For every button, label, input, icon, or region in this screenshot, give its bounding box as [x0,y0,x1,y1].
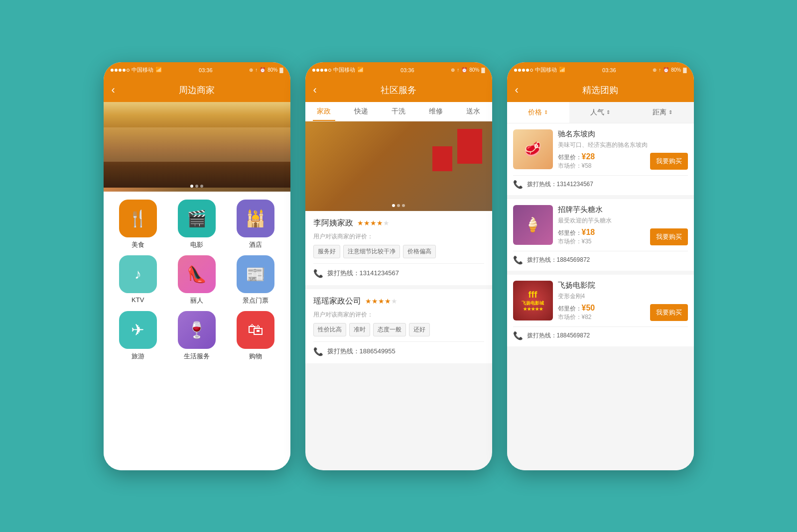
signal-dot [312,69,315,72]
signal-dot [123,69,126,72]
bdot-2[interactable] [397,204,400,207]
fog-overlay [104,127,290,162]
deal-phone-3: 拨打热线：1884569872 [527,331,590,340]
tab-dryclean[interactable]: 干洗 [380,102,417,121]
deal-card-3: fff 飞扬电影城 ★★★★★ 飞扬电影院 变形金刚4 邻里价：¥50 市场价：… [507,275,694,346]
status-left-2: 中国移动 📶 [312,66,364,74]
phone-number-1: 拨打热线：13141234567 [327,269,399,278]
sort-price[interactable]: 价格 ⇕ [507,102,569,123]
time-2: 03:36 [400,67,414,73]
tag-2-1: 性价比高 [313,323,346,336]
tab-repair[interactable]: 维修 [417,102,455,121]
back-button-2[interactable]: ‹ [313,84,317,97]
food-label: 美食 [132,240,144,249]
back-button-1[interactable]: ‹ [112,84,115,97]
room-decoration-2 [432,146,452,171]
category-beauty[interactable]: 👠 丽人 [170,255,223,305]
phone1: 中国移动 📶 03:36 ⊕ ↑ ⏰ 80% ▓ ‹ 周边商家 [104,62,290,470]
tab-bar-2: 家政 快递 干洗 维修 送水 [305,102,492,121]
banner-indicators [190,185,203,188]
status-left-3: 中国移动 📶 [514,66,566,74]
market-price-2: 市场价：¥35 [558,237,595,246]
tab-delivery[interactable]: 快递 [343,102,380,121]
beauty-icon: 👠 [178,255,216,293]
category-ticket[interactable]: 📰 景点门票 [229,255,282,305]
dessert-image: 🍦 [513,205,553,245]
sort-popularity-arrow: ⇕ [606,109,610,115]
status-bar-3: 中国移动 📶 03:36 ⊕ ↑ ⏰ 80% ▓ [507,62,694,78]
wifi-icon-3: 📶 [559,67,566,73]
category-life[interactable]: 🍷 生活服务 [170,311,223,361]
dot-2[interactable] [195,185,198,188]
wifi-icon-2: 📶 [357,67,364,73]
market-price-3: 市场价：¥82 [558,313,595,321]
deal-desc-1: 美味可口、经济实惠的驰名东坡肉 [558,141,688,149]
category-movie[interactable]: 🎬 电影 [170,200,223,249]
tag-2-3: 态度一般 [373,323,406,336]
food-image: 🥩 [513,129,553,169]
alarm-icon: ⏰ [260,67,266,73]
phone-row-2: 📞 拨打热线：1886549955 [313,341,484,356]
buy-button-2[interactable]: 我要购买 [650,228,688,245]
buy-button-1[interactable]: 我要购买 [650,153,688,170]
cinema-stars: ★★★★★ [523,307,543,312]
tab-homecare[interactable]: 家政 [305,102,343,121]
tab-water[interactable]: 送水 [455,102,492,121]
signal-dot [514,69,517,72]
time-1: 03:36 [199,67,213,73]
stars-2: ★★★★★ [365,297,398,305]
phone2: 中国移动 📶 03:36 ⊕ ↑ ⏰ 80% ▓ ‹ 社区服务 家政 快递 干洗… [305,62,492,470]
category-shopping[interactable]: 🛍 购物 [229,311,282,361]
review-label-2: 用户对该商家的评价： [313,311,484,319]
category-travel[interactable]: ✈ 旅游 [112,311,164,361]
deal-phone-row-2: 📞 拨打热线：1884569872 [513,251,688,265]
buy-button-3[interactable]: 我要购买 [650,304,688,321]
deal-price-row-3: 邻里价：¥50 市场价：¥82 我要购买 [558,304,688,321]
phone-number-2: 拨打热线：1886549955 [327,347,396,356]
sort-distance[interactable]: 距离 ⇕ [632,102,694,123]
deal-list: 🥩 驰名东坡肉 美味可口、经济实惠的驰名东坡肉 邻里价：¥28 市场价：¥58 … [507,123,694,470]
signal-dot [518,69,521,72]
deal-title-2: 招牌芋头糖水 [558,205,688,214]
bdot-3[interactable] [402,204,405,207]
signal-dot [320,69,323,72]
market-price-1: 市场价：¥58 [558,162,595,170]
alarm-icon-2: ⏰ [461,67,467,73]
cinema-logo: fff [529,290,537,300]
status-left-1: 中国移动 📶 [111,66,162,74]
signal-dot [324,69,327,72]
dot-1[interactable] [190,185,193,188]
sort-popularity-label: 人气 [590,108,604,117]
deal-phone-1: 拨打热线：13141234567 [527,180,593,189]
category-hotel[interactable]: 🕌 酒店 [229,200,282,249]
signal-dot [526,69,529,72]
deal-img-3: fff 飞扬电影城 ★★★★★ [513,281,553,320]
back-button-3[interactable]: ‹ [515,84,519,97]
sort-distance-label: 距离 [653,108,666,117]
sort-popularity[interactable]: 人气 ⇕ [569,102,632,123]
dot-3[interactable] [200,185,203,188]
bdot-1[interactable] [392,204,395,207]
battery-3: 80% [671,67,681,73]
deal-img-1: 🥩 [513,129,553,169]
deal-card-1: 🥩 驰名东坡肉 美味可口、经济实惠的驰名东坡肉 邻里价：¥28 市场价：¥58 … [507,123,694,195]
sort-price-label: 价格 [528,108,542,117]
hero-image [104,102,290,188]
deal-main-3: fff 飞扬电影城 ★★★★★ 飞扬电影院 变形金刚4 邻里价：¥50 市场价：… [513,281,688,321]
neighbor-price-1: 邻里价：¥28 [558,152,595,162]
sort-distance-arrow: ⇕ [668,109,672,115]
tag-1-1: 服务好 [313,245,340,258]
service-name-2: 瑶瑶家政公司 [313,296,361,307]
battery-1: 80% [267,67,277,73]
deal-title-1: 驰名东坡肉 [558,129,688,139]
category-ktv[interactable]: ♪ KTV [112,255,164,305]
phone-icon-1: 📞 [313,269,323,278]
ticket-icon: 📰 [237,255,274,293]
signal-dot [316,69,319,72]
category-food[interactable]: 🍴 美食 [112,200,164,249]
nav-bar-2: ‹ 社区服务 [305,78,492,102]
wifi-icon: 📶 [155,67,162,73]
stars-1: ★★★★★ [357,219,390,227]
gps-icon: ⊕ [249,67,253,73]
page-title-2: 社区服务 [381,84,416,96]
